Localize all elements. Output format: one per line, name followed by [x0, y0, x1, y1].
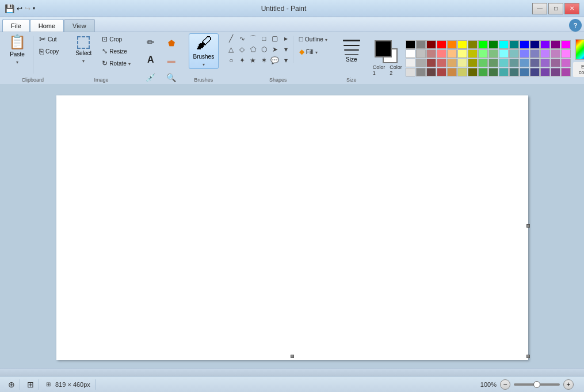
color-swatch-3-3[interactable]	[437, 68, 446, 76]
color-swatch-0-0[interactable]	[406, 40, 415, 49]
fill2-button[interactable]: ◆ Fill	[296, 46, 330, 57]
paste-button[interactable]: Paste	[3, 33, 31, 67]
handle-bottom-center[interactable]	[291, 355, 294, 358]
color-swatch-1-11[interactable]	[520, 49, 529, 58]
color-swatch-2-0[interactable]	[406, 59, 415, 67]
color-swatch-3-15[interactable]	[561, 68, 571, 76]
color-swatch-1-15[interactable]	[561, 49, 571, 58]
color-swatch-2-12[interactable]	[530, 59, 540, 67]
color-swatch-3-2[interactable]	[426, 68, 436, 76]
color-swatch-2-15[interactable]	[561, 59, 571, 67]
color-swatch-3-12[interactable]	[530, 68, 540, 76]
color-swatch-0-6[interactable]	[468, 40, 478, 49]
color-swatch-1-4[interactable]	[447, 49, 457, 58]
shape-curve[interactable]: ∿	[237, 33, 247, 44]
brushes-button[interactable]: 🖌 Brushes	[189, 33, 219, 69]
color-swatch-2-2[interactable]	[426, 59, 436, 67]
color-swatch-2-11[interactable]	[520, 59, 529, 67]
crop-button[interactable]: ⊡ Crop	[99, 33, 133, 45]
color-swatch-2-10[interactable]	[509, 59, 519, 67]
color-swatch-2-1[interactable]	[416, 59, 426, 67]
handle-bottom-right[interactable]	[526, 355, 530, 358]
help-button[interactable]: ?	[569, 19, 582, 32]
color-swatch-0-9[interactable]	[499, 40, 509, 49]
color-swatch-1-6[interactable]	[468, 49, 478, 58]
shape-star6[interactable]: ✶	[259, 55, 269, 66]
shape-callout[interactable]: 💬	[270, 55, 280, 66]
select-button[interactable]: Select	[69, 33, 98, 67]
size-button[interactable]: Size	[338, 33, 365, 69]
quick-save-icon[interactable]: 💾	[5, 4, 14, 13]
shape-right-arrow[interactable]: ➤	[270, 44, 280, 55]
color-swatch-2-9[interactable]	[499, 59, 509, 67]
rotate-button[interactable]: ↻ Rotate	[99, 57, 133, 69]
color-swatch-0-12[interactable]	[530, 40, 540, 49]
shape-dropdown[interactable]: ▾	[281, 44, 291, 55]
color-swatch-2-8[interactable]	[488, 59, 498, 67]
color-swatch-0-5[interactable]	[457, 40, 467, 49]
canvas-resize-icon[interactable]: ⊞	[27, 380, 34, 389]
tab-file[interactable]: File	[2, 19, 30, 32]
paint-canvas[interactable]	[56, 95, 528, 360]
tab-view[interactable]: View	[64, 19, 95, 32]
color-swatch-2-13[interactable]	[540, 59, 550, 67]
color-swatch-0-3[interactable]	[437, 40, 446, 49]
color-swatch-1-8[interactable]	[488, 49, 498, 58]
color1-swatch[interactable]	[375, 40, 392, 57]
color-swatch-0-2[interactable]	[426, 40, 436, 49]
add-icon[interactable]: ⊕	[8, 380, 15, 389]
color-swatch-0-10[interactable]	[509, 40, 519, 49]
color-pick-button[interactable]: 💉	[141, 68, 161, 84]
color-swatch-3-13[interactable]	[540, 68, 550, 76]
shape-freeform[interactable]: ⌒	[248, 33, 258, 44]
color-swatch-0-1[interactable]	[416, 40, 426, 49]
zoom-slider[interactable]	[514, 383, 560, 386]
quick-undo-icon[interactable]: ↩	[17, 5, 22, 13]
color-swatch-1-3[interactable]	[437, 49, 446, 58]
shape-triangle[interactable]: △	[226, 44, 236, 55]
quick-redo-icon[interactable]: ↪	[25, 5, 30, 13]
edit-colors-button[interactable]: Edit colors	[573, 62, 584, 77]
shape-dropdown2[interactable]: ▾	[281, 55, 291, 66]
zoom-out-button[interactable]: −	[500, 379, 510, 390]
shape-more[interactable]: ▸	[281, 33, 291, 44]
color-swatch-3-4[interactable]	[447, 68, 457, 76]
color-swatch-1-10[interactable]	[509, 49, 519, 58]
canvas-area[interactable]	[0, 84, 584, 368]
color-swatch-2-6[interactable]	[468, 59, 478, 67]
shape-hexagon[interactable]: ⬡	[259, 44, 269, 55]
color-swatch-2-7[interactable]	[478, 59, 488, 67]
color-swatch-3-6[interactable]	[468, 68, 478, 76]
color-swatch-0-15[interactable]	[561, 40, 571, 49]
color-swatch-3-9[interactable]	[499, 68, 509, 76]
color-swatch-0-7[interactable]	[478, 40, 488, 49]
color-swatch-1-13[interactable]	[540, 49, 550, 58]
color-swatch-3-10[interactable]	[509, 68, 519, 76]
color-swatch-1-5[interactable]	[457, 49, 467, 58]
color-swatch-1-1[interactable]	[416, 49, 426, 58]
resize-button[interactable]: ⤡ Resize	[99, 45, 133, 57]
color-swatch-0-14[interactable]	[551, 40, 560, 49]
pencil-button[interactable]: ✏	[141, 33, 161, 49]
shape-diamond[interactable]: ◇	[237, 44, 247, 55]
shape-star4[interactable]: ✦	[237, 55, 247, 66]
maximize-button[interactable]: □	[548, 3, 563, 14]
color-swatch-3-1[interactable]	[416, 68, 426, 76]
color-swatch-1-9[interactable]	[499, 49, 509, 58]
color-swatch-3-14[interactable]	[551, 68, 560, 76]
color-swatch-3-0[interactable]	[406, 68, 415, 76]
tab-home[interactable]: Home	[30, 19, 64, 32]
color-swatch-3-8[interactable]	[488, 68, 498, 76]
color-swatch-2-3[interactable]	[437, 59, 446, 67]
shape-line[interactable]: ╱	[226, 33, 236, 44]
fill-button[interactable]: ⬟	[162, 33, 181, 49]
color-swatch-3-5[interactable]	[457, 68, 467, 76]
rainbow-swatch[interactable]	[575, 39, 584, 60]
color-swatch-2-5[interactable]	[457, 59, 467, 67]
handle-right-center[interactable]	[526, 224, 530, 228]
shape-rounded-rect[interactable]: ▢	[270, 33, 280, 44]
outline-button[interactable]: □ Outline	[296, 33, 330, 45]
color-swatch-0-13[interactable]	[540, 40, 550, 49]
color-swatch-3-7[interactable]	[478, 68, 488, 76]
text-button[interactable]: A	[141, 51, 161, 67]
